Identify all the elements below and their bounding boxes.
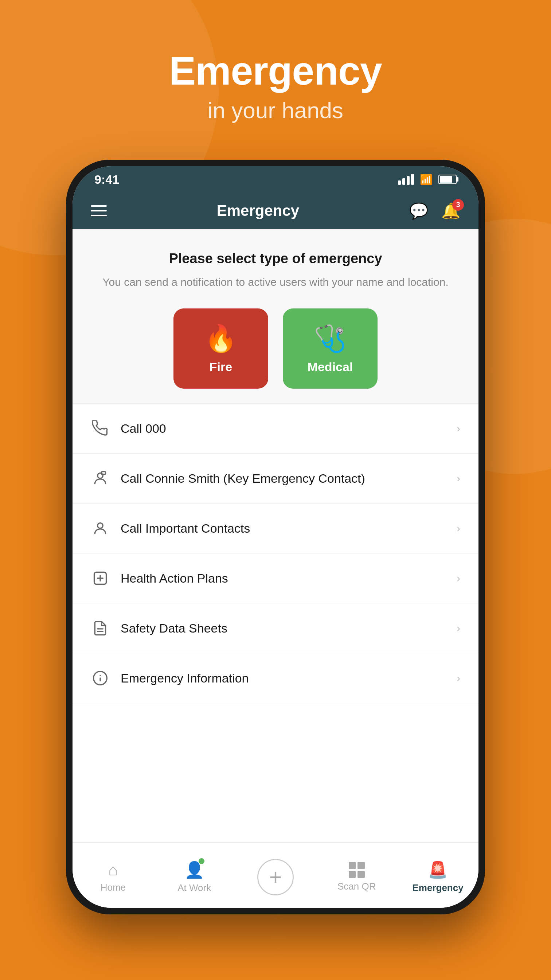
chevron-icon: › (457, 572, 460, 584)
notification-badge: 3 (452, 199, 464, 211)
main-content: Please select type of emergency You can … (73, 229, 478, 842)
qr-icon (349, 862, 365, 878)
status-bar: 9:41 📶 (73, 166, 478, 192)
nav-scan-qr-label: Scan QR (337, 881, 376, 892)
first-aid-icon (91, 569, 110, 588)
phone-icon (91, 419, 110, 438)
call-contacts-label: Call Important Contacts (121, 521, 457, 536)
svg-rect-1 (102, 472, 106, 474)
phone-frame: 9:41 📶 Emergency 💬 🔔 3 (66, 160, 485, 915)
contacts-icon (91, 519, 110, 538)
app-header: Emergency 💬 🔔 3 (73, 192, 478, 229)
wifi-icon: 📶 (420, 173, 433, 186)
nav-add[interactable]: + (235, 855, 316, 896)
medical-button[interactable]: 🩺 Medical (283, 309, 378, 389)
nav-emergency-label: Emergency (412, 882, 463, 894)
notifications-button[interactable]: 🔔 3 (441, 202, 460, 220)
nav-at-work-label: At Work (178, 882, 211, 894)
header-icons: 💬 🔔 3 (409, 202, 460, 220)
nav-emergency[interactable]: 🚨 Emergency (397, 857, 478, 894)
emergency-information-item[interactable]: Emergency Information › (73, 653, 478, 703)
safety-data-sheets-label: Safety Data Sheets (121, 621, 457, 635)
battery-icon (438, 175, 457, 184)
home-icon: ⌂ (108, 861, 118, 879)
phone-screen: 9:41 📶 Emergency 💬 🔔 3 (73, 166, 478, 908)
status-icons: 📶 (398, 173, 457, 186)
fire-label: Fire (210, 360, 232, 374)
health-action-plans-label: Health Action Plans (121, 571, 457, 585)
emergency-buttons: 🔥 Fire 🩺 Medical (91, 309, 460, 389)
chat-icon[interactable]: 💬 (409, 202, 428, 220)
emergency-selection-section: Please select type of emergency You can … (73, 229, 478, 404)
chevron-icon: › (457, 672, 460, 684)
safety-data-sheets-item[interactable]: Safety Data Sheets › (73, 603, 478, 653)
nav-home[interactable]: ⌂ Home (73, 857, 154, 893)
chevron-icon: › (457, 422, 460, 434)
person-badge-icon (91, 469, 110, 488)
page-main-subtitle: in your hands (169, 97, 382, 123)
chevron-icon: › (457, 522, 460, 535)
call-contacts-item[interactable]: Call Important Contacts › (73, 503, 478, 554)
call-connie-item[interactable]: Call Connie Smith (Key Emergency Contact… (73, 453, 478, 503)
medical-label: Medical (308, 360, 353, 374)
fire-icon: 🔥 (205, 323, 237, 354)
nav-scan-qr[interactable]: Scan QR (316, 858, 397, 892)
call-connie-label: Call Connie Smith (Key Emergency Contact… (121, 471, 457, 485)
call-000-label: Call 000 (121, 422, 457, 436)
nav-home-label: Home (100, 882, 126, 893)
menu-button[interactable] (91, 205, 107, 216)
health-action-plans-item[interactable]: Health Action Plans › (73, 554, 478, 603)
chevron-icon: › (457, 622, 460, 635)
chevron-icon: › (457, 472, 460, 485)
nav-at-work[interactable]: 👤 At Work (154, 857, 235, 894)
siren-icon: 🚨 (428, 861, 448, 880)
add-button[interactable]: + (257, 859, 294, 896)
menu-list: Call 000 › Call Connie Smith (Key Emerge… (73, 404, 478, 842)
emergency-section-subtitle: You can send a notification to active us… (91, 274, 460, 290)
emergency-section-title: Please select type of emergency (91, 251, 460, 267)
bottom-nav: ⌂ Home 👤 At Work + Sca (73, 842, 478, 908)
emergency-information-label: Emergency Information (121, 671, 457, 686)
call-000-item[interactable]: Call 000 › (73, 404, 478, 453)
page-main-title: Emergency (169, 48, 382, 94)
info-circle-icon (91, 669, 110, 687)
header-title: Emergency (217, 202, 299, 220)
status-time: 9:41 (94, 172, 119, 187)
medical-icon: 🩺 (314, 323, 346, 354)
signal-icon (398, 174, 414, 185)
svg-point-2 (98, 523, 103, 528)
fire-button[interactable]: 🔥 Fire (173, 309, 268, 389)
document-icon (91, 619, 110, 638)
page-header: Emergency in your hands (169, 48, 382, 123)
